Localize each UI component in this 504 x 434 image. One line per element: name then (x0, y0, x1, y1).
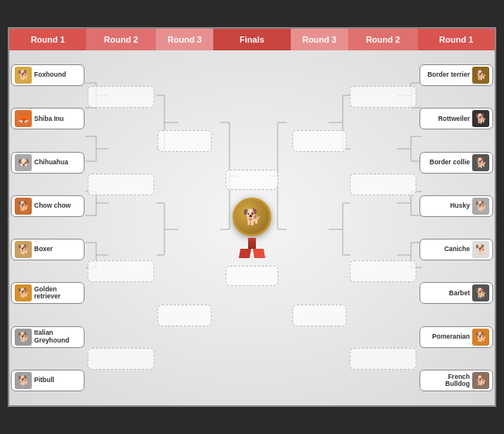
left-r2-slot1[interactable] (88, 86, 154, 108)
header-round3-left: Round 3 (156, 29, 214, 50)
border-collie-icon: 🐕 (472, 154, 489, 171)
right-r2-slot1[interactable] (350, 86, 416, 108)
italian-name: Italian Greyhound (34, 329, 81, 344)
barbet-icon: 🐕 (472, 284, 489, 301)
header-round1-left: Round 1 (9, 29, 86, 50)
right-round2 (348, 50, 417, 405)
caniche-icon: 🐕 (472, 241, 489, 258)
medal-circle: 🐕 (233, 198, 271, 236)
medal-ribbon-right (253, 249, 265, 258)
barbet-name: Barbet (423, 290, 470, 297)
left-r3-slot2[interactable] (157, 305, 212, 326)
left-r1-foxhound[interactable]: 🐕 Foxhound (11, 64, 85, 86)
header-round2-right: Round 2 (348, 29, 417, 50)
left-r1-shiba[interactable]: 🦊 Shiba Inu (11, 108, 85, 129)
left-r1-pitbull[interactable]: 🐕 Pitbull (11, 370, 85, 391)
left-r2-slot4[interactable] (88, 348, 154, 370)
border-terrier-icon: 🐕 (472, 67, 489, 84)
right-r1-caniche[interactable]: 🐕 Caniche (419, 239, 493, 260)
right-r3-slot2[interactable] (292, 305, 347, 326)
border-collie-name: Border collie (423, 159, 470, 166)
header-round2-left: Round 2 (86, 29, 155, 50)
right-r2-slot3[interactable] (350, 260, 416, 282)
shiba-name: Shiba Inu (34, 115, 64, 122)
left-r2-slot3[interactable] (88, 260, 154, 282)
french-bulldog-name: French Bulldog (423, 374, 470, 388)
finals-slot-bottom[interactable] (226, 266, 278, 286)
left-r2-slot2[interactable] (88, 174, 154, 195)
italian-icon: 🐕 (15, 329, 32, 346)
right-r3-slot1[interactable] (292, 130, 347, 152)
left-r1-chihuahua[interactable]: 🐶 Chihuahua (11, 152, 85, 174)
husky-icon: 🐕 (472, 198, 489, 215)
left-r1-golden[interactable]: 🐕 Golden retriever (11, 282, 85, 304)
left-round3 (156, 50, 214, 405)
pomeranian-icon: 🐕 (472, 329, 489, 346)
rottweiler-icon: 🐕 (472, 110, 489, 127)
rottweiler-name: Rottweiler (423, 115, 470, 122)
right-r2-slot4[interactable] (350, 348, 416, 370)
finals-col: 🐕 (213, 50, 290, 405)
golden-icon: 🐕 (15, 284, 32, 301)
left-r1-boxer[interactable]: 🐕 Boxer (11, 239, 85, 260)
chihuahua-icon: 🐶 (15, 154, 32, 171)
right-round1: 🐕 Border terrier 🐕 Rottweiler 🐕 Border c… (418, 50, 495, 405)
foxhound-name: Foxhound (34, 71, 66, 78)
right-r1-barbet[interactable]: 🐕 Barbet (419, 282, 493, 304)
chihuahua-name: Chihuahua (34, 159, 68, 166)
header-row: Round 1 Round 2 Round 3 Finals Round 3 R… (9, 29, 495, 50)
french-bulldog-icon: 🐕 (472, 372, 489, 389)
right-round3 (291, 50, 349, 405)
pitbull-name: Pitbull (34, 377, 54, 384)
pitbull-icon: 🐕 (15, 372, 32, 389)
medal: 🐕 (233, 198, 271, 258)
right-r1-border-terrier[interactable]: 🐕 Border terrier (419, 64, 493, 86)
chowchow-name: Chow chow (34, 202, 71, 209)
chowchow-icon: 🐕 (15, 198, 32, 215)
right-r1-border-collie[interactable]: 🐕 Border collie (419, 152, 493, 174)
boxer-icon: 🐕 (15, 241, 32, 258)
medal-ribbon-left (239, 249, 251, 258)
medal-ribbons (240, 249, 264, 258)
right-r2-slot2[interactable] (350, 174, 416, 195)
header-round3-right: Round 3 (291, 29, 349, 50)
golden-name: Golden retriever (34, 286, 81, 301)
header-round1-right: Round 1 (418, 29, 495, 50)
finals-slot-top[interactable] (226, 170, 278, 190)
foxhound-icon: 🐕 (15, 67, 32, 84)
left-round2 (86, 50, 155, 405)
left-r3-slot1[interactable] (157, 130, 212, 152)
right-r1-french-bulldog[interactable]: 🐕 French Bulldog (419, 370, 493, 391)
right-r1-husky[interactable]: 🐕 Husky (419, 195, 493, 217)
caniche-name: Caniche (423, 246, 470, 253)
right-r1-pomeranian[interactable]: 🐕 Pomeranian (419, 326, 493, 348)
husky-name: Husky (423, 202, 470, 209)
left-round1: 🐕 Foxhound 🦊 Shiba Inu 🐶 Chihuahua 🐕 Cho… (9, 50, 86, 405)
boxer-name: Boxer (34, 246, 53, 253)
shiba-icon: 🦊 (15, 110, 32, 127)
header-finals: Finals (213, 29, 290, 50)
right-r1-rottweiler[interactable]: 🐕 Rottweiler (419, 108, 493, 129)
pomeranian-name: Pomeranian (423, 333, 470, 340)
tournament-bracket: Round 1 Round 2 Round 3 Finals Round 3 R… (8, 27, 496, 407)
left-r1-chowchow[interactable]: 🐕 Chow chow (11, 195, 85, 217)
medal-ribbon-stem (248, 238, 256, 249)
border-terrier-name: Border terrier (423, 71, 470, 78)
left-r1-italian[interactable]: 🐕 Italian Greyhound (11, 326, 85, 348)
